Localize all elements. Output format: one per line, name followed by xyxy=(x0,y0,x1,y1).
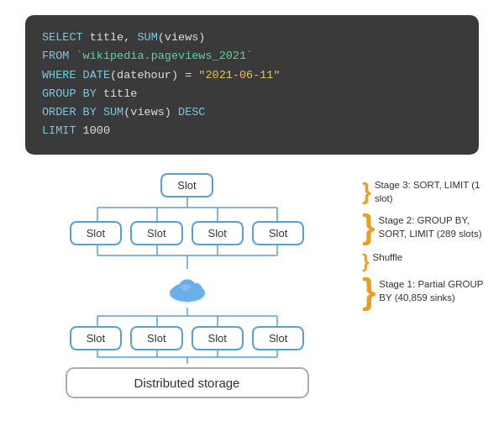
bottom-slot-2: Slot xyxy=(130,326,182,350)
middle-slot-2: Slot xyxy=(130,221,182,245)
annotations-panel: } Stage 3: SORT, LIMIT (1 slot) } Stage … xyxy=(357,170,487,309)
bottom-slot-row: Slot Slot Slot Slot xyxy=(70,326,305,350)
middle-slot-4: Slot xyxy=(252,221,304,245)
annotation-stage2: } Stage 2: GROUP BY, SORT, LIMIT (289 sl… xyxy=(362,213,487,244)
code-line-3: WHERE DATE(datehour) = "2021-06-11" xyxy=(42,66,462,85)
code-line-1: SELECT title, SUM(views) xyxy=(42,29,462,47)
code-line-6: LIMIT 1000 xyxy=(42,122,462,140)
connector-cloud-to-bottom xyxy=(66,308,309,326)
middle-slot-3: Slot xyxy=(192,221,244,245)
code-line-4: GROUP BY title xyxy=(42,85,462,103)
code-line-5: ORDER BY SUM(views) DESC xyxy=(42,103,462,122)
bracket-stage3: } xyxy=(362,180,371,203)
diagram-area: Slot Slot Slot Slot Slot xyxy=(17,170,487,398)
annotation-shuffle: } Shuffle xyxy=(362,250,487,271)
annotation-shuffle-text: Shuffle xyxy=(373,250,403,264)
connector-bottom-to-storage xyxy=(66,350,309,364)
distributed-storage: Distributed storage xyxy=(66,367,309,398)
bottom-slot-1: Slot xyxy=(70,326,122,350)
cloud-icon xyxy=(162,271,213,306)
middle-slot-row: Slot Slot Slot Slot xyxy=(70,221,305,245)
connector-middle-to-cloud xyxy=(66,245,309,269)
code-line-2: FROM `wikipedia.pageviews_2021` xyxy=(42,47,462,66)
svg-point-15 xyxy=(188,282,202,297)
svg-point-16 xyxy=(180,284,190,291)
bottom-slot-4: Slot xyxy=(252,326,304,350)
keyword: SELECT xyxy=(42,31,90,44)
code-block: SELECT title, SUM(views) FROM `wikipedia… xyxy=(25,15,479,155)
bracket-shuffle: } xyxy=(362,252,370,271)
bottom-slot-3: Slot xyxy=(192,326,244,350)
annotation-stage3-text: Stage 3: SORT, LIMIT (1 slot) xyxy=(375,178,487,205)
annotation-stage2-text: Stage 2: GROUP BY, SORT, LIMIT (289 slot… xyxy=(379,213,487,240)
bracket-stage2: } xyxy=(362,210,375,244)
connector-top-to-middle xyxy=(66,197,309,221)
cloud-svg xyxy=(162,271,213,306)
annotation-stage1-text: Stage 1: Partial GROUP BY (40,859 sinks) xyxy=(379,277,487,304)
tree-diagram: Slot Slot Slot Slot Slot xyxy=(17,170,357,398)
annotation-stage3: } Stage 3: SORT, LIMIT (1 slot) xyxy=(362,178,487,205)
bracket-stage1: } xyxy=(362,274,375,309)
middle-slot-1: Slot xyxy=(70,221,122,245)
annotation-stage1: } Stage 1: Partial GROUP BY (40,859 sink… xyxy=(362,277,487,309)
top-slot: Slot xyxy=(160,173,213,197)
